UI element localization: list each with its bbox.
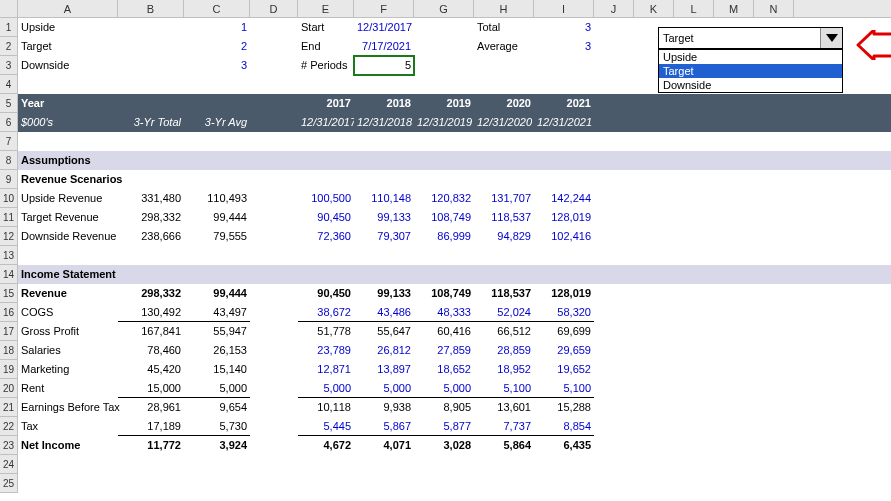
col-I[interactable]: I bbox=[534, 0, 594, 17]
cell-C2[interactable]: 2 bbox=[184, 37, 250, 56]
net-v4: 6,435 bbox=[534, 436, 594, 455]
cell-G1[interactable] bbox=[414, 18, 474, 37]
col-B[interactable]: B bbox=[118, 0, 184, 17]
salaries-total: 78,460 bbox=[118, 341, 184, 360]
col-F[interactable]: F bbox=[354, 0, 414, 17]
col-K[interactable]: K bbox=[634, 0, 674, 17]
dropdown-opt-downside[interactable]: Downside bbox=[659, 78, 842, 92]
row-ebt[interactable]: Earnings Before Tax 28,961 9,654 10,118 … bbox=[18, 398, 891, 417]
col-G[interactable]: G bbox=[414, 0, 474, 17]
salaries-v1: 26,812 bbox=[354, 341, 414, 360]
row-rent[interactable]: Rent 15,000 5,000 5,000 5,000 5,000 5,10… bbox=[18, 379, 891, 398]
scenario-dropdown-list[interactable]: Upside Target Downside bbox=[658, 49, 843, 93]
row-12[interactable]: 12 bbox=[0, 227, 17, 246]
cell-G3[interactable] bbox=[414, 56, 474, 75]
row-salaries[interactable]: Salaries 78,460 26,153 23,789 26,812 27,… bbox=[18, 341, 891, 360]
col-H[interactable]: H bbox=[474, 0, 534, 17]
row-19[interactable]: 19 bbox=[0, 360, 17, 379]
row-8[interactable]: 8 bbox=[0, 151, 17, 170]
row-target-rev[interactable]: Target Revenue 298,332 99,444 90,450 99,… bbox=[18, 208, 891, 227]
cell-F1[interactable]: 12/31/2017 bbox=[354, 18, 414, 37]
gross-v0: 51,778 bbox=[298, 322, 354, 341]
row-3[interactable]: 3 bbox=[0, 56, 17, 75]
cell-H3[interactable] bbox=[474, 56, 534, 75]
cell-I1[interactable]: 3 bbox=[534, 18, 594, 37]
row-23[interactable]: 23 bbox=[0, 436, 17, 455]
row-downside-rev[interactable]: Downside Revenue 238,666 79,555 72,360 7… bbox=[18, 227, 891, 246]
col-C[interactable]: C bbox=[184, 0, 250, 17]
cell-B3[interactable] bbox=[118, 56, 184, 75]
row-revenue[interactable]: Revenue 298,332 99,444 90,450 99,133 108… bbox=[18, 284, 891, 303]
marketing-v4: 19,652 bbox=[534, 360, 594, 379]
row-6[interactable]: 6 bbox=[0, 113, 17, 132]
tax-v4: 8,854 bbox=[534, 417, 594, 436]
select-all-corner[interactable] bbox=[0, 0, 18, 17]
row-1[interactable]: 1 bbox=[0, 18, 17, 37]
row-upside-rev[interactable]: Upside Revenue 331,480 110,493 100,500 1… bbox=[18, 189, 891, 208]
target-rev-v3: 118,537 bbox=[474, 208, 534, 227]
row-21[interactable]: 21 bbox=[0, 398, 17, 417]
ebt-v4: 15,288 bbox=[534, 398, 594, 417]
row-11[interactable]: 11 bbox=[0, 208, 17, 227]
col-L[interactable]: L bbox=[674, 0, 714, 17]
cell-D1[interactable] bbox=[250, 18, 298, 37]
row-gross[interactable]: Gross Profit 167,841 55,947 51,778 55,64… bbox=[18, 322, 891, 341]
cell-C1[interactable]: 1 bbox=[184, 18, 250, 37]
year-2021: 2021 bbox=[534, 94, 594, 113]
col-M[interactable]: M bbox=[714, 0, 754, 17]
row-4[interactable]: 4 bbox=[0, 75, 17, 94]
row-17[interactable]: 17 bbox=[0, 322, 17, 341]
row-tax[interactable]: Tax 17,189 5,730 5,445 5,867 5,877 7,737… bbox=[18, 417, 891, 436]
scenario-dropdown[interactable]: Target bbox=[658, 27, 843, 49]
row-net[interactable]: Net Income 11,772 3,924 4,672 4,071 3,02… bbox=[18, 436, 891, 455]
cell-grid[interactable]: Upside 1 Start 12/31/2017 Total 3 Target… bbox=[18, 18, 891, 493]
row-5[interactable]: 5 bbox=[0, 94, 17, 113]
row-20[interactable]: 20 bbox=[0, 379, 17, 398]
downside-rev-avg: 79,555 bbox=[184, 227, 250, 246]
cell-H1[interactable]: Total bbox=[474, 18, 534, 37]
cell-A1[interactable]: Upside bbox=[18, 18, 118, 37]
cell-D3[interactable] bbox=[250, 56, 298, 75]
cell-F3-active[interactable]: 5 bbox=[354, 56, 414, 75]
cell-B2[interactable] bbox=[118, 37, 184, 56]
cell-E1[interactable]: Start bbox=[298, 18, 354, 37]
cell-A3[interactable]: Downside bbox=[18, 56, 118, 75]
cell-A2[interactable]: Target bbox=[18, 37, 118, 56]
col-D[interactable]: D bbox=[250, 0, 298, 17]
col-J[interactable]: J bbox=[594, 0, 634, 17]
row-22[interactable]: 22 bbox=[0, 417, 17, 436]
row-16[interactable]: 16 bbox=[0, 303, 17, 322]
cell-G2[interactable] bbox=[414, 37, 474, 56]
cell-E2[interactable]: End bbox=[298, 37, 354, 56]
row-10[interactable]: 10 bbox=[0, 189, 17, 208]
row-15[interactable]: 15 bbox=[0, 284, 17, 303]
col-E[interactable]: E bbox=[298, 0, 354, 17]
cell-E3[interactable]: # Periods bbox=[298, 56, 354, 75]
ebt-v2: 8,905 bbox=[414, 398, 474, 417]
dropdown-opt-target[interactable]: Target bbox=[659, 64, 842, 78]
row-cogs[interactable]: COGS 130,492 43,497 38,672 43,486 48,333… bbox=[18, 303, 891, 322]
upside-rev-v4: 142,244 bbox=[534, 189, 594, 208]
row-24[interactable]: 24 bbox=[0, 455, 17, 474]
col-N[interactable]: N bbox=[754, 0, 794, 17]
row-9[interactable]: 9 bbox=[0, 170, 17, 189]
date-2018: 12/31/2018 bbox=[354, 113, 414, 132]
dropdown-toggle[interactable] bbox=[820, 28, 842, 48]
cell-I2[interactable]: 3 bbox=[534, 37, 594, 56]
dropdown-opt-upside[interactable]: Upside bbox=[659, 50, 842, 64]
cell-I3[interactable] bbox=[534, 56, 594, 75]
row-7[interactable]: 7 bbox=[0, 132, 17, 151]
row-2[interactable]: 2 bbox=[0, 37, 17, 56]
cell-F2[interactable]: 7/17/2021 bbox=[354, 37, 414, 56]
row-14[interactable]: 14 bbox=[0, 265, 17, 284]
col-A[interactable]: A bbox=[18, 0, 118, 17]
row-13[interactable]: 13 bbox=[0, 246, 17, 265]
cell-H2[interactable]: Average bbox=[474, 37, 534, 56]
row-18[interactable]: 18 bbox=[0, 341, 17, 360]
row-marketing[interactable]: Marketing 45,420 15,140 12,871 13,897 18… bbox=[18, 360, 891, 379]
cell-C3[interactable]: 3 bbox=[184, 56, 250, 75]
row-25[interactable]: 25 bbox=[0, 474, 17, 493]
cell-B1[interactable] bbox=[118, 18, 184, 37]
cell-D2[interactable] bbox=[250, 37, 298, 56]
gross-v1: 55,647 bbox=[354, 322, 414, 341]
